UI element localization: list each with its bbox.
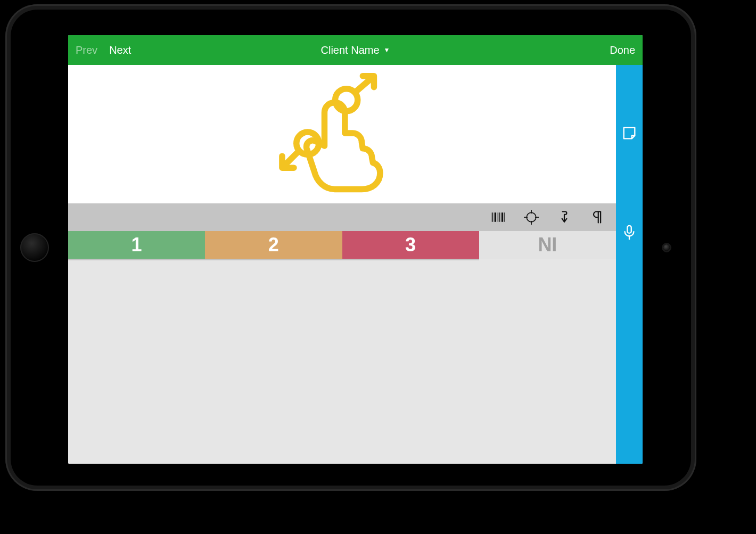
header-bar: Prev Next Client Name ▼ Done — [68, 35, 643, 65]
svg-point-12 — [527, 212, 536, 222]
prev-button: Prev — [76, 44, 97, 56]
client-name-dropdown[interactable]: Client Name ▼ — [321, 44, 390, 56]
empty-area — [68, 259, 616, 464]
rating-ni-button[interactable]: NI — [479, 231, 616, 259]
home-button[interactable] — [20, 233, 49, 262]
svg-line-3 — [283, 151, 299, 167]
done-button[interactable]: Done — [610, 44, 635, 56]
main-area: 1 2 3 NI — [68, 65, 616, 464]
rating-row: 1 2 3 NI — [68, 231, 616, 259]
insert-down-icon[interactable] — [556, 209, 572, 225]
client-name-label: Client Name — [321, 44, 380, 56]
rating-1-button[interactable]: 1 — [68, 231, 205, 259]
barcode-icon[interactable] — [490, 209, 506, 225]
target-icon[interactable] — [523, 209, 539, 225]
toolbar — [68, 203, 616, 231]
rating-3-button[interactable]: 3 — [342, 231, 479, 259]
svg-rect-19 — [627, 226, 631, 233]
microphone-icon[interactable] — [620, 223, 639, 242]
ipad-frame: Prev Next Client Name ▼ Done — [5, 4, 696, 491]
rating-2-button[interactable]: 2 — [205, 231, 342, 259]
pinch-zoom-gesture-icon — [276, 72, 409, 196]
svg-line-2 — [355, 77, 373, 93]
front-camera — [663, 244, 670, 251]
pilcrow-icon[interactable] — [589, 209, 605, 225]
screen: Prev Next Client Name ▼ Done — [68, 35, 643, 464]
chevron-down-icon: ▼ — [384, 47, 390, 53]
drawing-canvas[interactable] — [68, 65, 616, 203]
right-sidebar — [616, 65, 643, 464]
next-button[interactable]: Next — [109, 44, 131, 56]
sticky-note-icon[interactable] — [620, 124, 639, 143]
